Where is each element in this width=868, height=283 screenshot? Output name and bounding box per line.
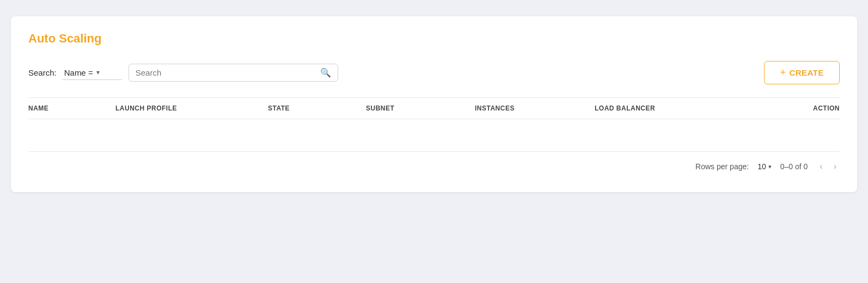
pagination-count: 0–0 of 0 xyxy=(780,162,808,171)
table-body xyxy=(28,119,840,152)
search-filter-dropdown[interactable]: Name = ▾ xyxy=(62,66,122,80)
col-launch-profile: LAUNCH PROFILE xyxy=(115,104,268,112)
col-state: STATE xyxy=(268,104,366,112)
rows-per-page-select[interactable]: 10 ▾ xyxy=(757,162,772,171)
pagination-nav: ‹ › xyxy=(816,161,840,173)
search-input[interactable] xyxy=(136,68,316,77)
toolbar: Search: Name = ▾ 🔍 + CREATE xyxy=(28,61,840,84)
col-name: NAME xyxy=(28,104,115,112)
create-plus-icon: + xyxy=(780,67,786,78)
page-title: Auto Scaling xyxy=(28,32,840,46)
auto-scaling-card: Auto Scaling Search: Name = ▾ 🔍 + CREATE… xyxy=(11,16,857,192)
pagination-row: Rows per page: 10 ▾ 0–0 of 0 ‹ › xyxy=(28,152,840,175)
search-icon: 🔍 xyxy=(320,67,331,78)
col-load-balancer: LOAD BALANCER xyxy=(595,104,747,112)
search-filter-value: Name = xyxy=(64,68,93,77)
chevron-down-icon: ▾ xyxy=(96,69,100,76)
rows-per-page-label: Rows per page: xyxy=(695,162,749,171)
search-label: Search: xyxy=(28,68,57,77)
create-button[interactable]: + CREATE xyxy=(764,61,840,84)
next-page-button[interactable]: › xyxy=(830,161,840,173)
col-instances: INSTANCES xyxy=(475,104,595,112)
col-subnet: SUBNET xyxy=(366,104,475,112)
prev-page-button[interactable]: ‹ xyxy=(816,161,826,173)
rows-per-page-chevron-icon: ▾ xyxy=(768,163,772,170)
table-header: NAME LAUNCH PROFILE STATE SUBNET INSTANC… xyxy=(28,97,840,119)
rows-per-page-value: 10 xyxy=(757,162,766,171)
create-label: CREATE xyxy=(789,68,824,77)
col-action: ACTION xyxy=(747,104,840,112)
search-input-wrapper: 🔍 xyxy=(129,64,338,82)
